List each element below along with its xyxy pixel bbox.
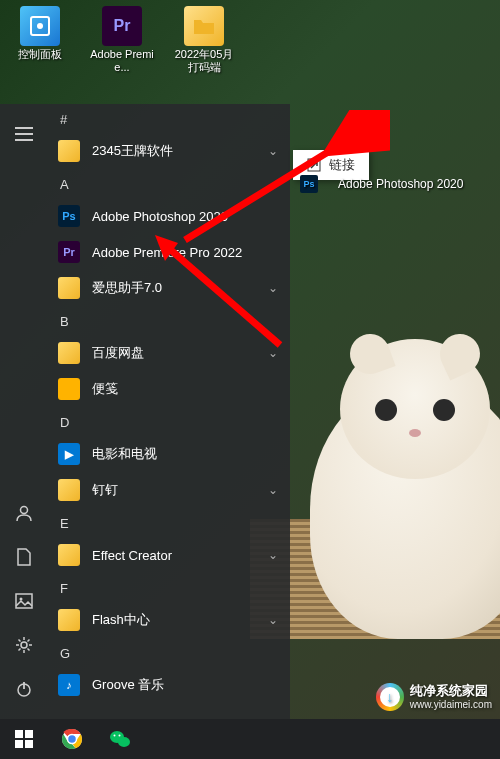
desktop-icon-folder[interactable]: 2022年05月打码端 bbox=[172, 6, 236, 74]
chevron-down-icon: ⌄ bbox=[268, 483, 278, 497]
account-button[interactable] bbox=[0, 491, 48, 535]
group-header[interactable]: D bbox=[48, 407, 286, 436]
chevron-down-icon: ⌄ bbox=[268, 144, 278, 158]
app-item-aisi[interactable]: 爱思助手7.0 ⌄ bbox=[48, 270, 286, 306]
folder-icon bbox=[58, 479, 80, 501]
taskbar-wechat[interactable] bbox=[96, 719, 144, 759]
app-label: Groove 音乐 bbox=[92, 676, 164, 694]
svg-rect-11 bbox=[25, 730, 33, 738]
app-item-flash[interactable]: Flash中心 ⌄ bbox=[48, 602, 286, 638]
start-button[interactable] bbox=[0, 719, 48, 759]
watermark-name: 纯净系统家园 bbox=[410, 684, 492, 698]
folder-icon bbox=[58, 140, 80, 162]
wallpaper-cat bbox=[270, 319, 500, 639]
app-label: 百度网盘 bbox=[92, 344, 144, 362]
chevron-down-icon: ⌄ bbox=[268, 346, 278, 360]
windows-icon bbox=[15, 730, 33, 748]
svg-point-1 bbox=[37, 23, 43, 29]
group-header[interactable]: # bbox=[48, 104, 286, 133]
start-menu-app-list[interactable]: # 2345王牌软件 ⌄ A Ps Adobe Photoshop 2020 P… bbox=[48, 104, 290, 719]
svg-point-2 bbox=[21, 507, 28, 514]
svg-rect-13 bbox=[25, 740, 33, 748]
desktop-icon-control-panel[interactable]: 控制面板 bbox=[8, 6, 72, 74]
shortcut-icon bbox=[307, 158, 321, 172]
svg-rect-10 bbox=[15, 730, 23, 738]
folder-icon bbox=[192, 16, 216, 36]
chevron-down-icon: ⌄ bbox=[268, 281, 278, 295]
chevron-down-icon: ⌄ bbox=[268, 548, 278, 562]
app-item-baidu[interactable]: 百度网盘 ⌄ bbox=[48, 335, 286, 371]
taskbar-chrome[interactable] bbox=[48, 719, 96, 759]
start-menu-rail bbox=[0, 104, 48, 719]
svg-point-20 bbox=[118, 737, 130, 747]
photoshop-icon: Ps bbox=[300, 175, 318, 193]
app-label: Adobe Premiere Pro 2022 bbox=[92, 245, 242, 260]
desktop-icon-label: 2022年05月打码端 bbox=[172, 48, 236, 74]
drag-ghost: Ps Adobe Photoshop 2020 bbox=[300, 175, 463, 193]
app-item-groove[interactable]: ♪ Groove 音乐 bbox=[48, 667, 286, 703]
app-item-photoshop[interactable]: Ps Adobe Photoshop 2020 bbox=[48, 198, 286, 234]
sticky-notes-icon bbox=[58, 378, 80, 400]
folder-icon bbox=[58, 544, 80, 566]
svg-rect-3 bbox=[16, 594, 32, 608]
watermark: 纯净系统家园 www.yidaimei.com bbox=[376, 683, 492, 711]
group-header[interactable]: B bbox=[48, 306, 286, 335]
power-icon bbox=[15, 680, 33, 698]
movies-icon: ▶ bbox=[58, 443, 80, 465]
hamburger-button[interactable] bbox=[0, 112, 48, 156]
group-header[interactable]: G bbox=[48, 638, 286, 667]
photoshop-icon: Ps bbox=[58, 205, 80, 227]
app-label: 2345王牌软件 bbox=[92, 142, 173, 160]
taskbar bbox=[0, 719, 500, 759]
app-label: 钉钉 bbox=[92, 481, 118, 499]
app-item-sticky[interactable]: 便笺 bbox=[48, 371, 286, 407]
app-label: Flash中心 bbox=[92, 611, 150, 629]
watermark-url: www.yidaimei.com bbox=[410, 699, 492, 710]
user-icon bbox=[15, 504, 33, 522]
watermark-logo-icon bbox=[376, 683, 404, 711]
app-label: 爱思助手7.0 bbox=[92, 279, 162, 297]
svg-point-5 bbox=[21, 642, 27, 648]
folder-icon bbox=[58, 342, 80, 364]
app-label: 电影和电视 bbox=[92, 445, 157, 463]
pictures-button[interactable] bbox=[0, 579, 48, 623]
settings-button[interactable] bbox=[0, 623, 48, 667]
svg-rect-12 bbox=[15, 740, 23, 748]
gear-icon bbox=[15, 636, 33, 654]
folder-icon bbox=[58, 277, 80, 299]
start-menu: # 2345王牌软件 ⌄ A Ps Adobe Photoshop 2020 P… bbox=[0, 104, 290, 719]
premiere-icon: Pr bbox=[58, 241, 80, 263]
drag-ghost-label: Adobe Photoshop 2020 bbox=[338, 177, 463, 191]
svg-point-21 bbox=[114, 735, 116, 737]
desktop-icon-label: 控制面板 bbox=[18, 48, 62, 61]
document-icon bbox=[16, 548, 32, 566]
group-header[interactable]: E bbox=[48, 508, 286, 537]
group-header[interactable]: A bbox=[48, 169, 286, 198]
drag-action-label: 链接 bbox=[329, 156, 355, 174]
control-panel-icon bbox=[28, 14, 52, 38]
desktop-icon-label: Adobe Premie... bbox=[90, 48, 154, 74]
app-label: Adobe Photoshop 2020 bbox=[92, 209, 228, 224]
documents-button[interactable] bbox=[0, 535, 48, 579]
wechat-icon bbox=[109, 729, 131, 749]
hamburger-icon bbox=[15, 127, 33, 141]
picture-icon bbox=[15, 593, 33, 609]
app-item-movies[interactable]: ▶ 电影和电视 bbox=[48, 436, 286, 472]
power-button[interactable] bbox=[0, 667, 48, 711]
folder-icon bbox=[58, 609, 80, 631]
app-item-dingtalk[interactable]: 钉钉 ⌄ bbox=[48, 472, 286, 508]
app-item-premiere[interactable]: Pr Adobe Premiere Pro 2022 bbox=[48, 234, 286, 270]
chrome-icon bbox=[61, 728, 83, 750]
app-item-2345[interactable]: 2345王牌软件 ⌄ bbox=[48, 133, 286, 169]
chevron-down-icon: ⌄ bbox=[268, 613, 278, 627]
svg-point-22 bbox=[119, 735, 121, 737]
desktop-icon-premiere[interactable]: Pr Adobe Premie... bbox=[90, 6, 154, 74]
app-label: 便笺 bbox=[92, 380, 118, 398]
app-item-effect-creator[interactable]: Effect Creator ⌄ bbox=[48, 537, 286, 573]
desktop-icons-row: 控制面板 Pr Adobe Premie... 2022年05月打码端 bbox=[8, 6, 236, 74]
groove-icon: ♪ bbox=[58, 674, 80, 696]
group-header[interactable]: F bbox=[48, 573, 286, 602]
app-label: Effect Creator bbox=[92, 548, 172, 563]
